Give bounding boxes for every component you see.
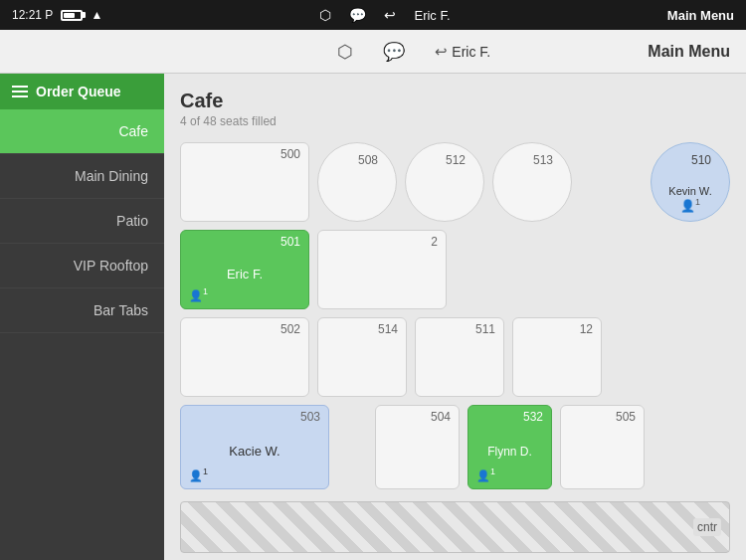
table-511[interactable]: 511 xyxy=(415,317,504,397)
title-bar-center: ⬡ 💬 ↩ Eric F. xyxy=(180,41,648,63)
sidebar-item-vip-rooftop[interactable]: VIP Rooftop xyxy=(0,244,164,288)
main-content: Cafe 4 of 48 seats filled 500 508 512 xyxy=(164,74,746,560)
table-505[interactable]: 505 xyxy=(560,405,645,489)
hamburger-icon xyxy=(12,86,28,97)
table-row-2: 501 Eric F. 👤1 2 xyxy=(180,230,730,309)
user-name-nav[interactable]: Eric F. xyxy=(414,8,450,23)
table-532[interactable]: 532 Flynn D. 👤1 xyxy=(467,405,552,489)
table-504[interactable]: 504 xyxy=(375,405,460,489)
table-508[interactable]: 508 xyxy=(317,142,397,222)
status-bar-center: ⬡ 💬 ↩ Eric F. xyxy=(102,7,667,23)
sidebar-item-bar-tabs[interactable]: Bar Tabs xyxy=(0,288,164,333)
cntr-label: cntr xyxy=(693,518,721,536)
sidebar-item-cafe[interactable]: Cafe xyxy=(0,109,164,154)
page-subtitle: 4 of 48 seats filled xyxy=(180,114,730,128)
table-501[interactable]: 501 Eric F. 👤1 xyxy=(180,230,309,309)
table-row-3: 502 514 511 12 xyxy=(180,317,730,397)
table-12[interactable]: 12 xyxy=(512,317,602,397)
page-title: Cafe xyxy=(180,90,730,112)
table-514[interactable]: 514 xyxy=(317,317,407,397)
cube-icon: ⬡ xyxy=(319,7,331,23)
sidebar-nav: Cafe Main Dining Patio VIP Rooftop Bar T… xyxy=(0,109,164,560)
sidebar-item-main-dining[interactable]: Main Dining xyxy=(0,154,164,199)
bottom-stripe-bar: cntr xyxy=(180,501,730,553)
table-500[interactable]: 500 xyxy=(180,142,309,222)
title-bar: ⬡ 💬 ↩ Eric F. Main Menu xyxy=(0,30,746,74)
order-queue-label: Order Queue xyxy=(36,84,121,99)
app-body: Order Queue Cafe Main Dining Patio VIP R… xyxy=(0,74,746,560)
main-menu-label: Main Menu xyxy=(667,8,734,23)
table-row-4: 503 Kacie W. 👤1 504 532 Flynn D. 👤1 xyxy=(180,405,730,489)
time-label: 12:21 P xyxy=(12,8,53,22)
user-label: Eric F. xyxy=(452,44,490,60)
user-nav-icon: ↩ xyxy=(384,7,396,23)
table-503[interactable]: 503 Kacie W. 👤1 xyxy=(180,405,329,489)
chat-top-icon: 💬 xyxy=(383,41,405,63)
status-bar-left: 12:21 P ▲ xyxy=(12,8,102,22)
arrow-top-icon[interactable]: ↩ Eric F. xyxy=(435,43,490,61)
table-502[interactable]: 502 xyxy=(180,317,309,397)
sidebar-item-patio[interactable]: Patio xyxy=(0,199,164,244)
table-row-1: 500 508 512 513 510 Kevin W. xyxy=(180,142,730,222)
order-queue-button[interactable]: Order Queue xyxy=(0,74,164,109)
chat-icon: 💬 xyxy=(349,7,366,23)
main-menu-header: Main Menu xyxy=(648,43,730,61)
wifi-icon: ▲ xyxy=(91,8,102,22)
battery-icon xyxy=(61,10,83,21)
table-512[interactable]: 512 xyxy=(405,142,484,222)
status-bar: 12:21 P ▲ ⬡ 💬 ↩ Eric F. Main Menu xyxy=(0,0,746,30)
table-2[interactable]: 2 xyxy=(317,230,447,309)
table-513[interactable]: 513 xyxy=(492,142,572,222)
cube-top-icon: ⬡ xyxy=(337,41,353,63)
table-grid: 500 508 512 513 510 Kevin W. xyxy=(180,142,730,553)
table-510[interactable]: 510 Kevin W. 👤1 xyxy=(651,142,730,222)
sidebar: Order Queue Cafe Main Dining Patio VIP R… xyxy=(0,74,164,560)
